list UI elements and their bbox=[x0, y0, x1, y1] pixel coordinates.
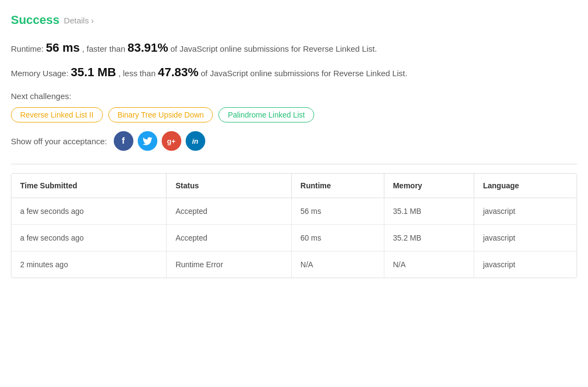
table-body: a few seconds agoAccepted56 ms35.1 MBjav… bbox=[11, 198, 577, 278]
table-header-cell: Runtime bbox=[291, 174, 384, 198]
table-cell-runtime: 56 ms bbox=[291, 198, 384, 225]
table-header-cell: Time Submitted bbox=[11, 174, 167, 198]
table-header: Time SubmittedStatusRuntimeMemoryLanguag… bbox=[11, 174, 577, 198]
google-plus-icon[interactable]: g+ bbox=[162, 131, 181, 151]
facebook-icon[interactable]: f bbox=[114, 131, 133, 151]
challenge-tag[interactable]: Palindrome Linked List bbox=[218, 107, 314, 122]
linkedin-icon[interactable]: in bbox=[186, 131, 205, 151]
table-cell-language: javascript bbox=[474, 225, 577, 251]
submissions-table: Time SubmittedStatusRuntimeMemoryLanguag… bbox=[11, 174, 577, 278]
table-cell-language: javascript bbox=[474, 251, 577, 278]
details-link[interactable]: Details › bbox=[64, 16, 94, 25]
table-cell-memory: 35.1 MB bbox=[384, 198, 474, 225]
table-row: a few seconds agoAccepted60 ms35.2 MBjav… bbox=[11, 225, 577, 251]
table-cell-memory: N/A bbox=[384, 251, 474, 278]
runtime-stat: Runtime: 56 ms , faster than 83.91% of J… bbox=[11, 38, 577, 57]
table-cell-time: a few seconds ago bbox=[11, 225, 167, 251]
challenge-tag[interactable]: Reverse Linked List II bbox=[11, 107, 103, 122]
section-divider bbox=[11, 164, 577, 164]
challenge-tags: Reverse Linked List IIBinary Tree Upside… bbox=[11, 107, 577, 122]
twitter-icon[interactable] bbox=[138, 131, 157, 151]
table-row: a few seconds agoAccepted56 ms35.1 MBjav… bbox=[11, 198, 577, 225]
table-header-cell: Memory bbox=[384, 174, 474, 198]
memory-stat: Memory Usage: 35.1 MB , less than 47.83%… bbox=[11, 63, 577, 82]
social-icons: f g+ in bbox=[114, 131, 205, 151]
show-off-label: Show off your acceptance: bbox=[11, 137, 107, 146]
table-cell-status[interactable]: Runtime Error bbox=[167, 251, 291, 278]
table-header-cell: Language bbox=[474, 174, 577, 198]
submissions-table-wrapper: Time SubmittedStatusRuntimeMemoryLanguag… bbox=[11, 173, 577, 278]
table-cell-time: 2 minutes ago bbox=[11, 251, 167, 278]
table-cell-runtime: 60 ms bbox=[291, 225, 384, 251]
table-header-cell: Status bbox=[167, 174, 291, 198]
table-cell-memory: 35.2 MB bbox=[384, 225, 474, 251]
success-label: Success bbox=[11, 13, 59, 27]
table-cell-runtime: N/A bbox=[291, 251, 384, 278]
table-header-row: Time SubmittedStatusRuntimeMemoryLanguag… bbox=[11, 174, 577, 198]
table-cell-status[interactable]: Accepted bbox=[167, 198, 291, 225]
challenge-tag[interactable]: Binary Tree Upside Down bbox=[108, 107, 213, 122]
table-cell-time: a few seconds ago bbox=[11, 198, 167, 225]
header-row: Success Details › bbox=[11, 13, 577, 27]
next-challenges-label: Next challenges: bbox=[11, 91, 577, 101]
table-row: 2 minutes agoRuntime ErrorN/AN/Ajavascri… bbox=[11, 251, 577, 278]
show-off-row: Show off your acceptance: f g+ in bbox=[11, 131, 577, 151]
next-challenges-section: Next challenges: Reverse Linked List IIB… bbox=[11, 91, 577, 122]
table-cell-status[interactable]: Accepted bbox=[167, 225, 291, 251]
table-cell-language: javascript bbox=[474, 198, 577, 225]
